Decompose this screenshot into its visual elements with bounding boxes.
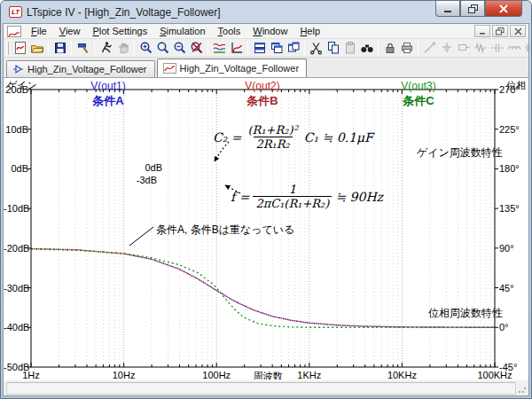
menu-file[interactable]: File <box>25 25 53 37</box>
mdi-minimize-icon <box>479 27 487 35</box>
condition-b-label: 条件B <box>209 93 316 109</box>
toolbar-button-overlap-windows[interactable] <box>285 40 301 57</box>
toolbar-button-lock[interactable] <box>381 40 398 57</box>
formula-f-denominator: 2πC₁(R₁+R₂) <box>253 196 332 210</box>
overlap-note: 条件A, 条件Bは重なっている <box>156 223 294 238</box>
minimize-button[interactable] <box>435 1 460 17</box>
freq-tick-label: 100KHz <box>468 370 521 379</box>
restore-icon <box>468 4 478 13</box>
toolbar-button-cut[interactable] <box>308 40 325 57</box>
menu-help[interactable]: Help <box>293 25 326 37</box>
toolbar-button-print[interactable] <box>398 40 415 57</box>
toolbar-button-run[interactable] <box>98 40 114 57</box>
formula-c2-lhs: C₂ = <box>213 130 242 145</box>
toolbar-button-diode <box>522 40 528 57</box>
new-plot-icon <box>13 41 27 55</box>
mdi-minimize-button[interactable] <box>474 25 490 37</box>
minimize-icon <box>443 4 452 13</box>
plot-pane[interactable]: ゲイン 位相 V(out1) V(out2) V(out3) 条件A 条件B 条… <box>4 78 528 379</box>
zoom-out-icon <box>173 41 187 55</box>
phase-curve-label: 位相周波数特性 <box>428 306 503 321</box>
mdi-close-button[interactable] <box>510 25 526 37</box>
resize-grip[interactable] <box>518 385 527 394</box>
toolbar-button-zoom-in[interactable] <box>137 40 154 57</box>
diode-icon <box>524 41 529 55</box>
toolbar-button-open[interactable] <box>28 40 45 57</box>
toolbar-grip[interactable] <box>6 42 9 55</box>
tab-schematic[interactable]: High_Zin_Voltage_Follower <box>6 60 155 77</box>
lock-icon <box>383 41 397 55</box>
trace-header-vout3[interactable]: V(out3) <box>365 80 472 92</box>
client-area: File View Plot Settings Simulation Tools… <box>3 23 529 396</box>
zoom-extents-icon <box>156 41 170 55</box>
gain-tick-label: -30dB <box>4 283 28 293</box>
formula-f-lhs: f = <box>231 190 249 204</box>
toolbar <box>4 39 528 58</box>
toolbar-button-cascade-windows[interactable] <box>268 40 285 57</box>
toolbar-button-find[interactable] <box>358 40 375 57</box>
overlap-windows-icon <box>286 41 301 55</box>
toolbar-button-zoom-extents[interactable] <box>154 40 171 57</box>
menu-tools[interactable]: Tools <box>212 25 247 37</box>
mdi-restore-button[interactable] <box>492 25 508 37</box>
paste-icon <box>343 41 357 55</box>
toolbar-button-tile-windows[interactable] <box>251 40 268 57</box>
marker-minus3db-label: -3dB <box>121 175 157 185</box>
restore-button[interactable] <box>460 1 485 17</box>
toolbar-button-paste <box>341 40 358 57</box>
tab-waveform[interactable]: High_Zin_Voltage_Follower <box>157 59 308 77</box>
ground-icon <box>440 41 454 55</box>
menu-simulation[interactable]: Simulation <box>153 25 211 37</box>
toolbar-button-wire <box>421 40 438 57</box>
toolbar-button-net-label <box>455 40 472 57</box>
phase-curves[interactable] <box>31 249 495 328</box>
menu-window[interactable]: Window <box>246 25 293 37</box>
phase-tick-label: 0° <box>499 322 528 332</box>
toolbar-button-autorange[interactable] <box>211 40 228 57</box>
mdi-document-icon[interactable] <box>7 26 21 37</box>
find-icon <box>360 41 374 55</box>
formula-f: f = 1 2πC₁(R₁+R₂) ≒ 90Hz <box>231 183 383 210</box>
menu-plot-settings[interactable]: Plot Settings <box>86 25 153 37</box>
toolbar-button-inductor <box>505 40 522 57</box>
toolbar-button-save[interactable] <box>51 40 68 57</box>
toolbar-button-plot-settings[interactable] <box>228 40 245 57</box>
formula-c2-rhs: C₁ ≒ 0.1μF <box>304 130 373 145</box>
inductor-icon <box>507 41 521 55</box>
cut-icon <box>309 41 324 55</box>
title-bar[interactable]: LT LTspice IV - [High_Zin_Voltage_Follow… <box>3 1 529 23</box>
waveform-icon <box>163 63 176 74</box>
resistor-icon <box>473 41 488 55</box>
freq-tick-label: 100Hz <box>190 370 243 379</box>
gain-tick-label: 20dB <box>4 84 28 95</box>
status-field <box>6 382 516 395</box>
toolbar-button-new-plot[interactable] <box>12 40 28 57</box>
phase-tick-label: 180° <box>499 163 528 174</box>
window-title: LTspice IV - [High_Zin_Voltage_Follower] <box>27 6 221 19</box>
overlap-leader-line <box>129 227 153 246</box>
gain-tick-label: 0dB <box>4 163 28 174</box>
close-button[interactable] <box>485 1 522 17</box>
net-label-icon <box>457 41 471 55</box>
save-icon <box>53 41 67 55</box>
x-axis-label[interactable]: 周波数 <box>245 370 291 379</box>
phase-tick-label: 135° <box>499 203 528 214</box>
menu-view[interactable]: View <box>53 25 87 37</box>
formula-f-numerator: 1 <box>286 183 299 196</box>
toolbar-button-zoom-out[interactable] <box>171 40 188 57</box>
freq-tick-label: 10Hz <box>98 370 151 379</box>
toolbar-separator <box>71 41 72 55</box>
menu-bar: File View Plot Settings Simulation Tools… <box>4 24 528 39</box>
gain-tick-label: -20dB <box>4 243 28 254</box>
toolbar-button-zoom-undo[interactable] <box>188 40 205 57</box>
zoom-undo-icon <box>190 41 204 55</box>
trace-header-vout1[interactable]: V(out1) <box>55 80 161 92</box>
toolbar-button-control-panel[interactable] <box>74 40 91 57</box>
toolbar-button-copy[interactable] <box>325 40 341 57</box>
gain-tick-label: -40dB <box>4 322 28 332</box>
marker-0db-label: 0dB <box>127 162 162 173</box>
formula-f-fraction: 1 2πC₁(R₁+R₂) <box>253 183 332 210</box>
toolbar-separator <box>247 41 248 55</box>
trace-header-vout2[interactable]: V(out2) <box>209 80 316 92</box>
halt-icon <box>116 41 130 55</box>
